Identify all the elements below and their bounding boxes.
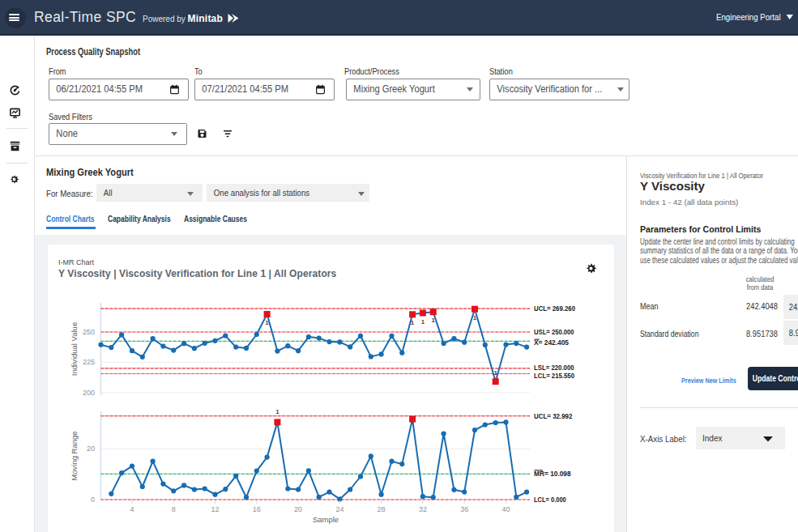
svg-text:200: 200 <box>83 389 95 397</box>
svg-text:1: 1 <box>411 319 415 326</box>
svg-text:Moving Range: Moving Range <box>70 431 79 480</box>
svg-text:36: 36 <box>460 505 468 513</box>
svg-text:20: 20 <box>87 445 95 453</box>
svg-text:USL= 250.000: USL= 250.000 <box>534 328 574 336</box>
svg-text:Individual Value: Individual Value <box>70 322 79 376</box>
svg-text:Sample: Sample <box>313 515 339 524</box>
svg-text:UCL= 32.992: UCL= 32.992 <box>534 412 572 420</box>
svg-text:LSL= 220.000: LSL= 220.000 <box>534 364 574 372</box>
svg-text:225: 225 <box>83 358 95 366</box>
svg-text:20: 20 <box>294 505 302 513</box>
svg-text:LCL= 215.550: LCL= 215.550 <box>534 372 574 380</box>
svg-text:8: 8 <box>172 505 176 513</box>
svg-text:1: 1 <box>493 369 497 377</box>
svg-text:1: 1 <box>473 314 477 321</box>
svg-text:32: 32 <box>419 505 427 513</box>
svg-text:0: 0 <box>91 496 95 504</box>
svg-text:LCL= 0.000: LCL= 0.000 <box>534 496 566 504</box>
svg-text:1: 1 <box>275 408 280 415</box>
svg-text:12: 12 <box>211 505 219 513</box>
svg-text:4: 4 <box>130 505 134 513</box>
svg-text:250: 250 <box>83 328 95 336</box>
svg-text:1: 1 <box>431 317 435 324</box>
svg-text:1: 1 <box>421 318 425 326</box>
svg-text:28: 28 <box>378 505 386 513</box>
svg-text:UCL= 269.260: UCL= 269.260 <box>534 304 575 313</box>
svg-text:40: 40 <box>501 505 510 513</box>
svg-text:1: 1 <box>265 319 269 326</box>
svg-text:16: 16 <box>253 505 261 513</box>
svg-text:24: 24 <box>335 505 344 513</box>
svg-text:MR= 10.098: MR= 10.098 <box>534 470 571 478</box>
